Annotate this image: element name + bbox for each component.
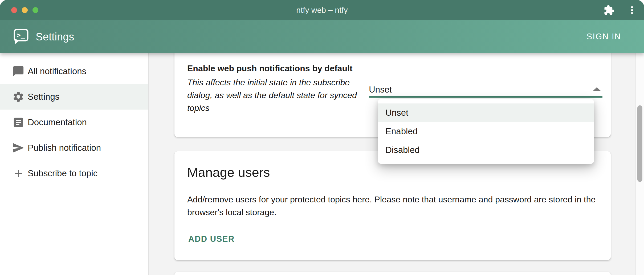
sidebar-nav: All notifications Settings Documentation… [0, 53, 149, 275]
sidebar-item-documentation[interactable]: Documentation [0, 110, 148, 135]
select-underline [369, 96, 602, 98]
plus-icon [12, 167, 25, 180]
browser-window: ntfy web – ntfy >_ Settings SIGN IN [0, 0, 644, 275]
gear-icon [12, 91, 25, 103]
add-user-button[interactable]: ADD USER [184, 231, 239, 247]
sidebar-item-publish-notification[interactable]: Publish notification [0, 135, 148, 161]
kebab-icon [627, 5, 637, 15]
window-titlebar: ntfy web – ntfy [0, 0, 644, 20]
next-settings-card-partial [174, 272, 611, 275]
puzzle-icon [604, 5, 615, 16]
sidebar-item-subscribe-to-topic[interactable]: Subscribe to topic [0, 161, 148, 186]
send-icon [12, 142, 25, 154]
sign-in-button[interactable]: SIGN IN [585, 20, 623, 53]
sidebar-item-label: Documentation [28, 110, 87, 135]
app-header: >_ Settings SIGN IN [0, 20, 644, 53]
menu-option-unset[interactable]: Unset [378, 103, 594, 122]
webpush-setting-description: This affects the initial state in the su… [187, 76, 374, 114]
sidebar-item-all-notifications[interactable]: All notifications [0, 59, 148, 84]
chat-icon [12, 65, 25, 77]
ntfy-logo-icon: >_ [13, 28, 29, 45]
sidebar-item-label: All notifications [28, 59, 86, 84]
webpush-default-select[interactable]: Unset [369, 79, 602, 98]
vertical-scrollbar[interactable] [635, 53, 644, 275]
sidebar-item-label: Publish notification [28, 135, 101, 161]
content-area: All notifications Settings Documentation… [0, 53, 644, 275]
menu-option-disabled[interactable]: Disabled [378, 141, 594, 159]
menu-option-enabled[interactable]: Enabled [378, 122, 594, 141]
article-icon [12, 116, 25, 128]
manage-users-heading: Manage users [187, 163, 270, 181]
webpush-setting-heading: Enable web push notifications by default [187, 62, 353, 75]
window-title: ntfy web – ntfy [0, 0, 644, 20]
manage-users-description: Add/remove users for your protected topi… [187, 193, 603, 219]
extensions-puzzle-icon[interactable] [604, 5, 615, 16]
svg-text:>_: >_ [17, 31, 25, 39]
sidebar-item-label: Settings [28, 84, 59, 110]
arrow-drop-up-icon [593, 87, 601, 91]
scrollbar-thumb[interactable] [637, 105, 642, 182]
select-dropdown-menu: Unset Enabled Disabled [378, 99, 594, 164]
sidebar-item-settings[interactable]: Settings [0, 84, 148, 110]
sidebar-item-label: Subscribe to topic [28, 161, 97, 186]
browser-menu-kebab-icon[interactable] [627, 5, 637, 15]
page-title: Settings [36, 31, 74, 43]
select-value: Unset [369, 83, 392, 96]
manage-users-card: Manage users Add/remove users for your p… [174, 151, 611, 260]
